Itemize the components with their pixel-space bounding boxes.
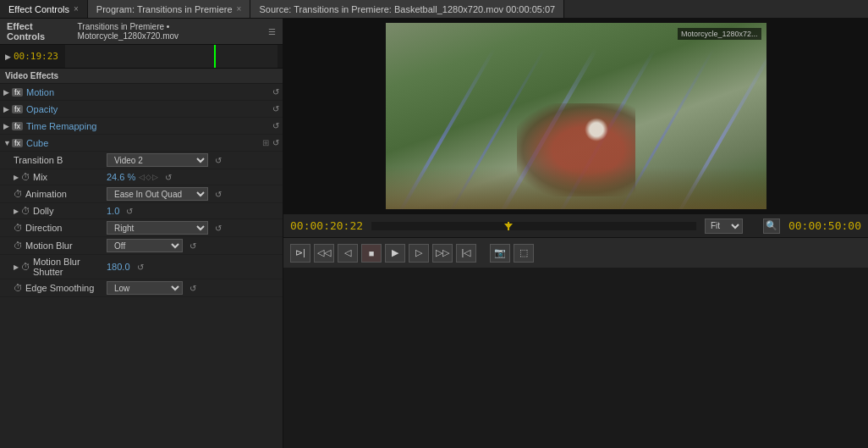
effect-row-time-remap[interactable]: ▶ fx Time Remapping ↺ (0, 118, 283, 135)
end-timecode: 00:00:50:00 (788, 219, 861, 232)
effect-controls-header: Effect Controls Transitions in Premiere … (0, 19, 283, 45)
tab-source-label: Source: Transitions in Premiere: Basketb… (259, 4, 555, 14)
shutter-expand[interactable]: ▶ (14, 263, 19, 271)
mix-row: ▶ ⏱ Mix 24.6 % ◁ ◇ ▷ ↺ (0, 169, 283, 185)
dolly-reset[interactable]: ↺ (126, 207, 133, 216)
motion-blur-reset[interactable]: ↺ (190, 241, 196, 251)
animation-stopwatch[interactable]: ⏱ (14, 189, 23, 199)
opacity-reset[interactable]: ↺ (272, 104, 279, 113)
time-remap-name: Time Remapping (26, 121, 269, 131)
strip-ruler (65, 45, 277, 68)
direction-label: ⏱ Direction (14, 223, 107, 233)
motion-reset[interactable]: ↺ (272, 87, 279, 97)
time-remap-reset[interactable]: ↺ (272, 121, 279, 130)
shutter-reset[interactable]: ↺ (137, 263, 144, 272)
effect-row-opacity[interactable]: ▶ fx Opacity ↺ (0, 101, 283, 118)
progress-bar[interactable] (371, 222, 696, 230)
dolly-stopwatch[interactable]: ⏱ (21, 206, 30, 216)
btn-stop[interactable]: ■ (361, 244, 382, 263)
smoothing-label-text: Edge Smoothing (25, 283, 94, 293)
motion-blur-value-area: Off ↺ (107, 239, 279, 252)
btn-camera[interactable]: 📷 (490, 244, 510, 263)
btn-prev-frame[interactable]: ◁ (338, 244, 358, 263)
strip-timecode: 00:19:23 (14, 51, 58, 62)
direction-value-area: Right ↺ (107, 221, 279, 235)
opacity-expand[interactable]: ▶ (3, 105, 12, 113)
shutter-label-text: Motion Blur Shutter (33, 257, 107, 277)
btn-goto-out[interactable]: |◁ (456, 244, 476, 263)
tab-effect-controls-close[interactable]: × (74, 4, 79, 14)
strip-expand-arrow[interactable]: ▶ (5, 53, 14, 61)
direction-row: ⏱ Direction Right ↺ (0, 219, 283, 237)
transition-b-reset[interactable]: ↺ (215, 156, 222, 165)
dolly-label-text: Dolly (33, 206, 53, 216)
fit-dropdown[interactable]: Fit Full 50% 25% (705, 218, 743, 234)
transition-b-label: Transition B (14, 155, 107, 165)
top-tab-bar: Effect Controls × Program: Transitions i… (0, 0, 868, 19)
mix-value: 24.6 % (107, 172, 135, 182)
tab-program-monitor-label: Program: Transitions in Premiere (96, 4, 233, 14)
shutter-value: 180.0 (107, 262, 130, 272)
transition-b-row: Transition B Video 2 ↺ (0, 152, 283, 169)
btn-prev-keyframe[interactable]: ◁◁ (314, 244, 334, 263)
mix-next[interactable]: ▷ (152, 173, 158, 181)
effect-controls-clip: Transitions in Premiere • Motorcycle_128… (78, 22, 265, 41)
panel-menu-icon[interactable]: ☰ (268, 27, 276, 36)
btn-export-frame[interactable]: ⬚ (514, 244, 534, 263)
direction-stopwatch[interactable]: ⏱ (14, 223, 23, 233)
tab-program-monitor[interactable]: Program: Transitions in Premiere × (88, 0, 251, 18)
opacity-name: Opacity (26, 104, 269, 114)
animation-reset[interactable]: ↺ (215, 190, 222, 199)
animation-label: ⏱ Animation (14, 189, 107, 199)
magnify-button[interactable]: 🔍 (763, 218, 780, 234)
effect-controls-timeline-strip: ▶ 00:19:23 (0, 45, 283, 69)
smoothing-reset[interactable]: ↺ (190, 284, 196, 293)
btn-next-frame[interactable]: ▷ (409, 244, 429, 263)
motion-fx-badge: fx (12, 88, 23, 97)
smoothing-value-area: Low ↺ (107, 281, 279, 295)
motion-name: Motion (26, 87, 269, 97)
effect-row-cube[interactable]: ▼ fx Cube ⊞ ↺ (0, 135, 283, 152)
animation-dropdown[interactable]: Ease In Out Quad (107, 187, 208, 201)
effect-controls-title: Effect Controls (7, 21, 71, 41)
motion-blur-label: ⏱ Motion Blur (14, 241, 107, 251)
tab-program-close[interactable]: × (237, 4, 242, 14)
mix-expand[interactable]: ▶ (14, 174, 19, 181)
cube-controls-icon: ⊞ (262, 138, 269, 147)
time-remap-badge: fx (12, 122, 23, 130)
direction-dropdown[interactable]: Right (107, 221, 208, 235)
edge-smoothing-label: ⏱ Edge Smoothing (14, 283, 107, 293)
strip-playhead (214, 45, 216, 68)
cube-name: Cube (26, 138, 262, 148)
btn-play[interactable]: ▶ (385, 244, 405, 263)
motion-blur-stopwatch[interactable]: ⏱ (14, 241, 23, 251)
shutter-stopwatch[interactable]: ⏱ (21, 262, 30, 272)
dolly-value: 1.0 (107, 206, 119, 216)
smoothing-stopwatch[interactable]: ⏱ (14, 283, 23, 293)
cube-expand[interactable]: ▼ (3, 139, 12, 147)
transition-b-dropdown[interactable]: Video 2 (107, 153, 208, 167)
mix-reset[interactable]: ↺ (165, 173, 172, 182)
motion-blur-dropdown[interactable]: Off (107, 239, 183, 252)
tab-source-monitor[interactable]: Source: Transitions in Premiere: Basketb… (250, 0, 564, 18)
time-remap-expand[interactable]: ▶ (3, 122, 12, 130)
effect-row-motion[interactable]: ▶ fx Motion ↺ (0, 84, 283, 101)
edge-smoothing-row: ⏱ Edge Smoothing Low ↺ (0, 279, 283, 297)
ground-texture (386, 167, 766, 209)
video-preview-area: Motorcycle_1280x72... (283, 19, 868, 213)
tab-effect-controls-label: Effect Controls (8, 4, 69, 14)
smoothing-dropdown[interactable]: Low (107, 281, 183, 295)
btn-next-keyframe[interactable]: ▷▷ (432, 244, 453, 263)
mix-diamond[interactable]: ◇ (146, 173, 151, 181)
motion-expand[interactable]: ▶ (3, 88, 12, 97)
cube-reset[interactable]: ↺ (272, 138, 279, 147)
mix-stopwatch[interactable]: ⏱ (21, 172, 30, 182)
dolly-expand[interactable]: ▶ (14, 207, 19, 215)
btn-goto-in[interactable]: ⊳| (290, 244, 310, 263)
direction-reset[interactable]: ↺ (215, 224, 222, 233)
helmet (585, 118, 608, 141)
tab-effect-controls[interactable]: Effect Controls × (0, 0, 88, 18)
mix-nav-arrows: ◁ ◇ ▷ (139, 173, 158, 181)
dolly-label: ▶ ⏱ Dolly (14, 206, 107, 216)
mix-prev[interactable]: ◁ (139, 173, 145, 181)
